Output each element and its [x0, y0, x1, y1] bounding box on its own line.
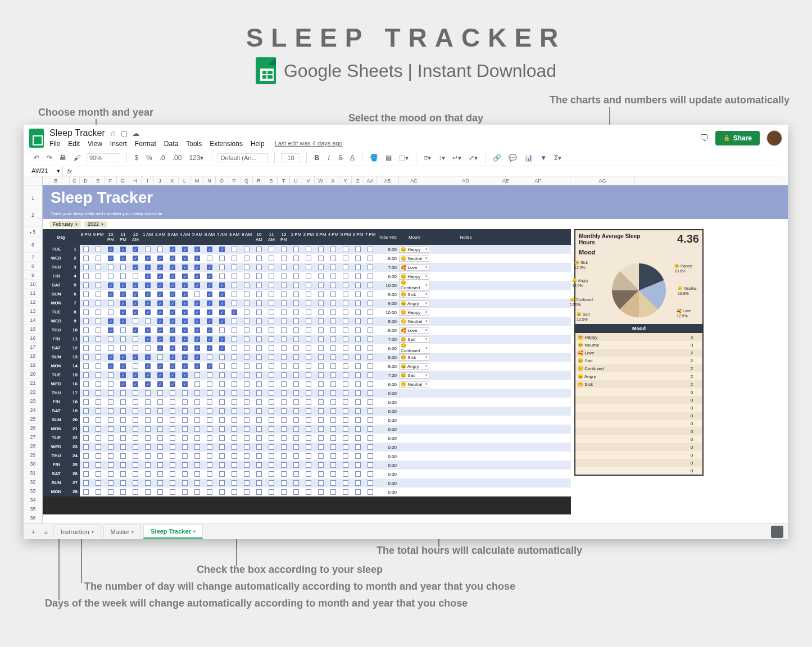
hour-cell[interactable]: [92, 263, 105, 272]
checkbox-icon[interactable]: [330, 318, 336, 324]
hour-cell[interactable]: [129, 335, 142, 344]
hour-cell[interactable]: [203, 487, 216, 496]
checkbox-icon[interactable]: [281, 283, 287, 288]
more-formats-icon[interactable]: 123▾: [188, 153, 205, 162]
hour-cell[interactable]: [364, 487, 376, 496]
hour-cell[interactable]: [364, 407, 376, 416]
hour-cell[interactable]: [339, 272, 352, 281]
checkbox-icon[interactable]: [170, 345, 175, 351]
checkbox-icon[interactable]: [368, 363, 373, 369]
checkbox-icon[interactable]: [170, 265, 175, 270]
chevron-down-icon[interactable]: ▾: [425, 292, 428, 297]
hour-cell[interactable]: [228, 245, 241, 254]
hour-cell[interactable]: [105, 317, 117, 326]
checkbox-icon[interactable]: [207, 265, 212, 270]
hour-cell[interactable]: [142, 353, 154, 362]
hour-cell[interactable]: [241, 416, 253, 425]
hour-cell[interactable]: [80, 308, 92, 317]
hour-cell[interactable]: [142, 254, 154, 263]
checkbox-icon[interactable]: [368, 426, 373, 432]
hour-cell[interactable]: [129, 380, 142, 389]
checkbox-icon[interactable]: [256, 417, 262, 423]
hour-cell[interactable]: [154, 461, 166, 470]
hour-cell[interactable]: [327, 326, 339, 335]
hour-cell[interactable]: [105, 389, 117, 398]
hour-cell[interactable]: [315, 272, 327, 281]
checkbox-icon[interactable]: [293, 354, 299, 360]
checkbox-icon[interactable]: [182, 381, 188, 387]
hour-cell[interactable]: [80, 461, 92, 470]
hour-cell[interactable]: [327, 299, 339, 308]
checkbox-icon[interactable]: [120, 426, 126, 432]
checkbox-icon[interactable]: [318, 480, 324, 486]
checkbox-icon[interactable]: [293, 471, 299, 477]
hour-cell[interactable]: [191, 254, 203, 263]
checkbox-icon[interactable]: [219, 480, 225, 486]
checkbox-icon[interactable]: [120, 471, 126, 477]
checkbox-icon[interactable]: [318, 256, 324, 261]
hour-cell[interactable]: [339, 470, 352, 479]
hour-cell[interactable]: [265, 425, 278, 434]
checkbox-icon[interactable]: [219, 453, 225, 459]
hour-cell[interactable]: [327, 443, 339, 452]
hour-cell[interactable]: [154, 326, 166, 335]
hour-cell[interactable]: [352, 317, 364, 326]
hour-cell[interactable]: [253, 362, 265, 371]
hour-cell[interactable]: [142, 443, 154, 452]
hour-cell[interactable]: [315, 281, 327, 290]
comment-icon[interactable]: 💬: [507, 153, 518, 162]
checkbox-icon[interactable]: [368, 256, 373, 261]
checkbox-icon[interactable]: [108, 247, 114, 252]
checkbox-icon[interactable]: [269, 265, 274, 270]
checkbox-icon[interactable]: [244, 489, 250, 495]
hour-cell[interactable]: [302, 245, 315, 254]
hour-cell[interactable]: [129, 487, 142, 496]
checkbox-icon[interactable]: [83, 247, 89, 252]
move-icon[interactable]: ▢: [121, 129, 128, 138]
checkbox-icon[interactable]: [269, 283, 274, 288]
hour-cell[interactable]: [265, 263, 278, 272]
checkbox-icon[interactable]: [355, 274, 361, 279]
checkbox-icon[interactable]: [157, 489, 163, 495]
checkbox-icon[interactable]: [330, 265, 336, 270]
sheet-tab-sleep-tracker[interactable]: Sleep Tracker: [143, 525, 203, 539]
hour-cell[interactable]: [80, 398, 92, 407]
hour-cell[interactable]: [154, 371, 166, 380]
checkbox-icon[interactable]: [133, 480, 138, 486]
checkbox-icon[interactable]: [157, 435, 163, 441]
checkbox-icon[interactable]: [120, 372, 126, 378]
checkbox-icon[interactable]: [330, 283, 336, 288]
hour-cell[interactable]: [203, 407, 216, 416]
checkbox-icon[interactable]: [96, 274, 101, 279]
checkbox-icon[interactable]: [355, 265, 361, 270]
checkbox-icon[interactable]: [343, 417, 348, 423]
hour-cell[interactable]: [315, 362, 327, 371]
hour-cell[interactable]: [129, 281, 142, 290]
checkbox-icon[interactable]: [83, 471, 89, 477]
checkbox-icon[interactable]: [120, 480, 126, 486]
hour-cell[interactable]: [105, 470, 117, 479]
hour-cell[interactable]: [290, 281, 302, 290]
sheet-tab-instruction[interactable]: Instruction: [53, 525, 101, 539]
hour-cell[interactable]: [253, 308, 265, 317]
hour-cell[interactable]: [80, 353, 92, 362]
hour-cell[interactable]: [352, 353, 364, 362]
checkbox-icon[interactable]: [170, 453, 175, 459]
checkbox-icon[interactable]: [293, 363, 299, 369]
checkbox-icon[interactable]: [108, 408, 114, 414]
cell-mood-select[interactable]: 🥰 Love▾: [399, 327, 429, 334]
chevron-down-icon[interactable]: ▾: [425, 355, 428, 359]
checkbox-icon[interactable]: [343, 309, 348, 315]
checkbox-icon[interactable]: [145, 489, 151, 495]
hour-cell[interactable]: [364, 425, 376, 434]
hour-cell[interactable]: [241, 487, 253, 496]
hour-cell[interactable]: [117, 398, 129, 407]
column-header[interactable]: AG: [570, 176, 635, 185]
checkbox-icon[interactable]: [293, 390, 299, 396]
hour-cell[interactable]: [302, 371, 315, 380]
checkbox-icon[interactable]: [232, 309, 237, 315]
checkbox-icon[interactable]: [170, 489, 175, 495]
checkbox-icon[interactable]: [281, 327, 287, 333]
hour-cell[interactable]: [142, 317, 154, 326]
checkbox-icon[interactable]: [219, 372, 225, 378]
